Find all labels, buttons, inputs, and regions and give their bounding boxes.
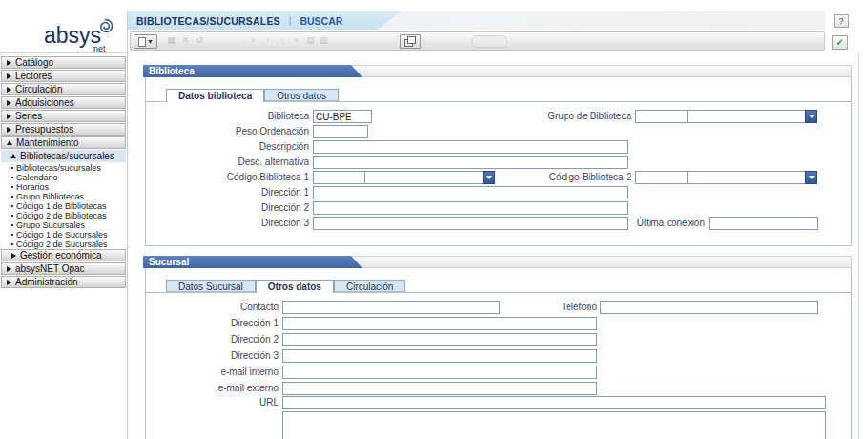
sidebar-item-mantenimiento[interactable]: Mantenimiento — [1, 136, 126, 149]
tab-datos-sucursal[interactable]: Datos Sucursal — [166, 280, 256, 292]
sidebar-item-label: Lectores — [15, 71, 52, 81]
biblioteca-direccion2-input[interactable] — [313, 201, 628, 215]
codigo-biblioteca2-dropdown-button[interactable] — [805, 171, 817, 184]
sidebar-subitem-calendario[interactable]: Calendario — [1, 173, 126, 182]
form-row-direccion3: Dirección 3 Última conexión — [146, 217, 851, 230]
field-label: e-mail interno — [146, 366, 279, 379]
field-label: Peso Ordenación — [146, 125, 309, 138]
codigo-biblioteca2-desc-input[interactable] — [687, 171, 806, 184]
sidebar-subitem-codigo2-sucursales[interactable]: Código 2 de Sucursales — [1, 240, 126, 249]
contacto-input[interactable] — [282, 301, 500, 314]
url-input[interactable] — [282, 396, 826, 409]
sidebar-subitem-label: Grupo Sucursales — [16, 220, 85, 230]
sidebar-item-circulacion[interactable]: Circulación — [1, 83, 126, 95]
notes-textarea[interactable] — [282, 411, 826, 439]
field-label: URL — [146, 396, 279, 409]
email-interno-input[interactable] — [282, 366, 597, 379]
biblioteca-input[interactable] — [313, 110, 372, 123]
sidebar-item-label: Gestión económica — [20, 250, 102, 261]
sidebar-item-label: Series — [15, 111, 42, 121]
bullet-icon — [11, 196, 13, 198]
form-row-email-interno: e-mail interno — [146, 366, 851, 379]
form-row-direccion2: Dirección 2 — [146, 201, 851, 215]
sidebar-subitem-label: Código 2 de Sucursales — [16, 240, 108, 249]
codigo-biblioteca2-code-input[interactable] — [635, 171, 688, 184]
sidebar-item-label: absysNET Opac — [15, 263, 85, 274]
sidebar-item-administracion[interactable]: Administración — [1, 276, 126, 288]
sidebar-item-adquisiciones[interactable]: Adquisiciones — [1, 96, 126, 109]
field-label: Biblioteca — [146, 110, 309, 123]
sidebar-item-presupuestos[interactable]: Presupuestos — [1, 123, 126, 136]
desc-alternativa-input[interactable] — [313, 156, 628, 169]
codigo-biblioteca1-code-input[interactable] — [313, 171, 365, 184]
sidebar-item-label: Adquisiciones — [15, 97, 74, 108]
confirm-button[interactable]: ✔ — [832, 35, 848, 50]
tab-datos-biblioteca[interactable]: Datos biblioteca — [166, 89, 264, 102]
sidebar-item-catalogo[interactable]: Catálogo — [1, 56, 126, 69]
grupo-biblioteca-dropdown-button[interactable] — [805, 110, 817, 123]
sucursal-direccion3-input[interactable] — [282, 349, 597, 363]
sidebar-subitem-label: Calendario — [16, 173, 58, 182]
sidebar-subitem-grupo-sucursales[interactable]: Grupo Sucursales — [1, 220, 126, 230]
sucursal-form-box: Datos Sucursal Otros datos Circulación C… — [145, 268, 852, 439]
sidebar-section-bibliotecas-sucursales[interactable]: Bibliotecas/sucursales — [1, 150, 126, 162]
tab-circulacion-sucursal[interactable]: Circulación — [334, 280, 405, 292]
dropdown-arrow-icon: ▾ — [148, 38, 152, 46]
new-record-button[interactable]: ▾ — [134, 34, 157, 49]
sidebar-item-gestion-economica[interactable]: Gestión económica — [1, 249, 126, 261]
form-row-direccion3: Dirección 3 — [146, 349, 851, 363]
field-label: Teléfono — [483, 301, 597, 314]
help-button[interactable]: ? — [834, 14, 849, 28]
field-label: e-mail externo — [146, 382, 279, 395]
buscar-link[interactable]: BUSCAR — [300, 15, 342, 27]
sidebar-subitem-codigo1-sucursales[interactable]: Código 1 de Sucursales — [1, 230, 126, 240]
grupo-biblioteca-code-input[interactable] — [635, 110, 688, 123]
sidebar-subitem-label: Bibliotecas/sucursales — [16, 163, 101, 173]
sucursal-tabs: Datos Sucursal Otros datos Circulación — [146, 280, 851, 293]
toolbar-grid-icon: ▥ — [318, 35, 330, 45]
ultima-conexion-input[interactable] — [709, 217, 818, 230]
bullet-icon — [11, 186, 13, 188]
email-externo-input[interactable] — [282, 382, 597, 395]
toolbar-last-icon: » — [290, 35, 302, 45]
sidebar-subitem-codigo2-bibliotecas[interactable]: Código 2 de Bibliotecas — [1, 211, 126, 220]
field-label: Dirección 1 — [146, 317, 279, 330]
copy-record-button[interactable] — [400, 34, 421, 49]
field-label: Dirección 3 — [146, 349, 279, 363]
sidebar-subitem-horarios[interactable]: Horarios — [1, 182, 126, 192]
toolbar: ▾ ▦ ✕ ↺ « ‹ › » ▤ ▥ — [130, 31, 825, 51]
sucursal-direccion1-input[interactable] — [282, 317, 597, 330]
form-row-descripcion: Descripción — [146, 140, 851, 154]
grupo-biblioteca-desc-input[interactable] — [687, 110, 806, 123]
sidebar-subitem-bibliotecas-sucursales[interactable]: Bibliotecas/sucursales — [1, 163, 126, 173]
peso-ordenacion-input[interactable] — [313, 125, 368, 138]
form-row-peso: Peso Ordenación — [146, 125, 851, 138]
sucursal-direccion2-input[interactable] — [282, 333, 597, 346]
field-label: Dirección 2 — [146, 333, 279, 346]
spiral-icon — [97, 18, 114, 34]
descripcion-input[interactable] — [313, 140, 628, 154]
sidebar-item-absysnet-opac[interactable]: absysNET Opac — [1, 262, 126, 275]
sidebar-item-lectores[interactable]: Lectores — [1, 70, 126, 82]
sidebar-item-series[interactable]: Series — [1, 110, 126, 122]
telefono-input[interactable] — [600, 301, 818, 314]
biblioteca-direccion1-input[interactable] — [313, 186, 628, 199]
chevron-right-icon — [7, 60, 11, 66]
title-separator: | — [289, 15, 292, 26]
form-row-direccion1: Dirección 1 — [146, 317, 851, 330]
section-header-extension — [351, 256, 852, 268]
chevron-right-icon — [11, 253, 16, 259]
form-row-codigos: Código Biblioteca 1 Código Biblioteca 2 — [146, 171, 851, 184]
tab-otros-datos-biblioteca[interactable]: Otros datos — [264, 89, 339, 101]
bullet-icon — [11, 215, 13, 217]
tab-otros-datos-sucursal[interactable]: Otros datos — [256, 280, 334, 293]
field-label: Desc. alternativa — [146, 156, 309, 169]
bullet-icon — [11, 177, 13, 178]
field-label: Código Biblioteca 2 — [461, 171, 631, 184]
field-label: Grupo de Biblioteca — [461, 110, 631, 123]
sidebar-subitem-label: Horarios — [16, 182, 49, 192]
toolbar-list-icon: ▤ — [304, 35, 317, 45]
sidebar-subitem-codigo1-bibliotecas[interactable]: Código 1 de Bibliotecas — [1, 201, 126, 211]
sidebar-subitem-grupo-bibliotecas[interactable]: Grupo Bibliotecas — [1, 192, 126, 201]
bullet-icon — [11, 243, 13, 245]
